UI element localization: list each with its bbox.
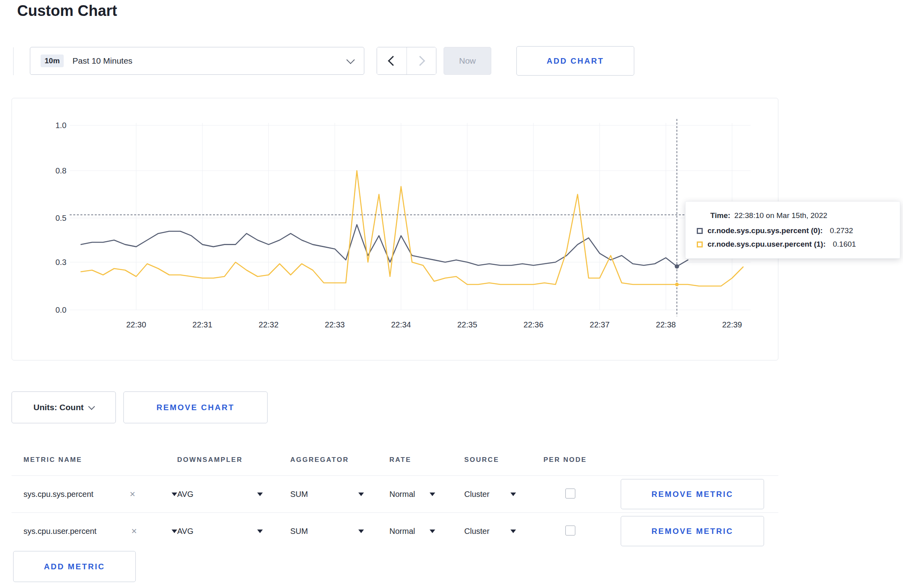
time-range-badge: 10m (41, 55, 64, 67)
svg-text:22:30: 22:30 (126, 320, 146, 329)
chevron-right-icon (415, 56, 425, 66)
caret-down-icon (510, 530, 516, 533)
caret-down-icon (358, 493, 364, 496)
col-header-metric-name: METRIC NAME (23, 456, 177, 464)
units-label: Units: Count (33, 403, 84, 412)
remove-metric-button[interactable]: REMOVE METRIC (621, 479, 764, 509)
downsampler-value: AVG (177, 490, 194, 499)
tooltip-series-row: cr.node.sys.cpu.user.percent (1): 0.1601 (697, 240, 889, 249)
caret-down-icon (172, 493, 177, 496)
svg-text:22:39: 22:39 (722, 320, 742, 329)
downsampler-value: AVG (177, 527, 194, 536)
caret-down-icon (430, 493, 435, 496)
metrics-table-header: METRIC NAME DOWNSAMPLER AGGREGATOR RATE … (12, 444, 778, 475)
svg-text:22:31: 22:31 (192, 320, 212, 329)
rate-value: Normal (389, 527, 415, 536)
svg-text:22:32: 22:32 (259, 320, 279, 329)
clear-metric-icon[interactable]: × (130, 489, 135, 499)
metric-row: sys.cpu.sys.percent × AVG SUM Normal Clu… (12, 475, 778, 512)
metric-name: sys.cpu.user.percent (23, 527, 96, 536)
prev-time-button[interactable] (377, 47, 407, 74)
remove-chart-button[interactable]: REMOVE CHART (123, 391, 268, 423)
col-header-aggregator: AGGREGATOR (290, 456, 389, 464)
caret-down-icon (358, 530, 364, 533)
col-header-downsampler: DOWNSAMPLER (177, 456, 290, 464)
col-header-source: SOURCE (464, 456, 543, 464)
tooltip-time-value: 22:38:10 on Mar 15th, 2022 (734, 211, 827, 220)
tooltip-series-label: cr.node.sys.cpu.user.percent (1): (708, 240, 826, 249)
custom-chart-page: Custom Chart 10m Past 10 Minutes Now ADD… (0, 0, 903, 588)
time-nav-group (377, 47, 436, 75)
tooltip-time-label: Time: (710, 211, 730, 220)
caret-down-icon (172, 530, 177, 533)
chart-tooltip: Time:22:38:10 on Mar 15th, 2022 cr.node.… (685, 201, 900, 259)
caret-down-icon (510, 493, 516, 496)
toolbar-divider (13, 47, 14, 75)
svg-text:22:37: 22:37 (590, 320, 610, 329)
time-range-dropdown[interactable]: 10m Past 10 Minutes (30, 47, 364, 75)
metrics-chart[interactable]: 0.00.30.50.81.022:3022:3122:3222:3322:34… (12, 98, 778, 360)
svg-text:22:34: 22:34 (391, 320, 411, 329)
remove-metric-button[interactable]: REMOVE METRIC (621, 516, 764, 546)
source-value: Cluster (464, 527, 489, 536)
svg-text:22:38: 22:38 (656, 320, 676, 329)
next-time-button[interactable] (407, 47, 436, 74)
caret-down-icon (257, 530, 263, 533)
source-select[interactable]: Cluster (464, 490, 516, 499)
chevron-down-icon (346, 55, 355, 64)
col-header-per-node: PER NODE (543, 456, 621, 464)
downsampler-select[interactable]: AVG (177, 490, 263, 499)
now-button[interactable]: Now (444, 47, 491, 75)
aggregator-value: SUM (290, 527, 308, 536)
source-select[interactable]: Cluster (464, 527, 516, 536)
metric-row: sys.cpu.user.percent × AVG SUM Normal Cl… (12, 512, 778, 549)
chevron-left-icon (388, 56, 398, 66)
per-node-checkbox[interactable] (565, 526, 575, 535)
tooltip-series-label: cr.node.sys.cpu.sys.percent (0): (708, 226, 823, 235)
rate-select[interactable]: Normal (389, 527, 435, 536)
add-metric-button[interactable]: ADD METRIC (13, 551, 136, 582)
tooltip-series-value: 0.1601 (833, 240, 856, 249)
metrics-table: METRIC NAME DOWNSAMPLER AGGREGATOR RATE … (12, 444, 778, 549)
user-series-swatch-icon (697, 241, 703, 247)
svg-text:0.3: 0.3 (55, 258, 66, 267)
add-chart-button[interactable]: ADD CHART (516, 46, 634, 76)
per-node-checkbox[interactable] (565, 489, 575, 498)
svg-text:0.8: 0.8 (55, 166, 66, 175)
svg-text:22:35: 22:35 (457, 320, 477, 329)
caret-down-icon (430, 530, 435, 533)
aggregator-select[interactable]: SUM (290, 490, 364, 499)
sys-series-swatch-icon (697, 228, 703, 234)
metric-name-select[interactable]: sys.cpu.sys.percent × (23, 489, 177, 499)
rate-select[interactable]: Normal (389, 490, 435, 499)
page-title: Custom Chart (17, 2, 117, 19)
downsampler-select[interactable]: AVG (177, 527, 263, 536)
units-dropdown[interactable]: Units: Count (12, 391, 116, 423)
metric-name-select[interactable]: sys.cpu.user.percent × (23, 526, 177, 536)
rate-value: Normal (389, 490, 415, 499)
clear-metric-icon[interactable]: × (131, 526, 137, 536)
metric-name: sys.cpu.sys.percent (23, 490, 94, 499)
caret-down-icon (257, 493, 263, 496)
svg-text:0.5: 0.5 (55, 214, 66, 222)
aggregator-value: SUM (290, 490, 308, 499)
time-range-label: Past 10 Minutes (72, 56, 133, 66)
chart-panel: 0.00.30.50.81.022:3022:3122:3222:3322:34… (12, 98, 778, 360)
svg-text:22:36: 22:36 (524, 320, 543, 329)
tooltip-series-value: 0.2732 (830, 226, 853, 235)
chevron-down-icon (88, 403, 95, 410)
tooltip-time-row: Time:22:38:10 on Mar 15th, 2022 (710, 211, 889, 220)
aggregator-select[interactable]: SUM (290, 527, 364, 536)
svg-text:22:33: 22:33 (325, 320, 345, 329)
source-value: Cluster (464, 490, 489, 499)
tooltip-series-row: cr.node.sys.cpu.sys.percent (0): 0.2732 (697, 226, 889, 235)
svg-text:0.0: 0.0 (55, 306, 66, 314)
col-header-rate: RATE (389, 456, 464, 464)
svg-text:1.0: 1.0 (55, 121, 66, 130)
